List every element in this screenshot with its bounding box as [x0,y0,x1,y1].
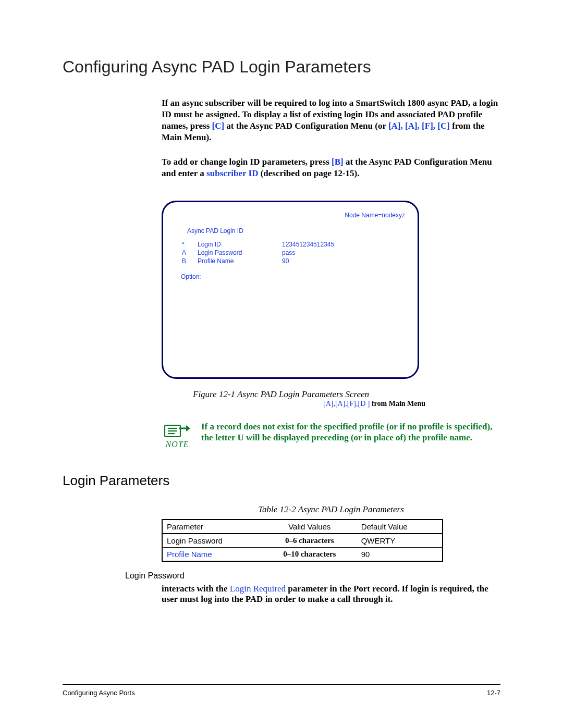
subscriber-id: subscriber ID [206,168,258,178]
menu-path: [A], [A], [F], [C] [388,121,450,131]
note-block: NOTE If a record does not exist for the … [162,421,500,449]
footer-left: Configuring Async Ports [63,689,135,697]
figure-path: [A],[A],[F],[D ] from Main Menu [323,400,500,408]
letter-u: U [238,433,244,442]
page-footer: Configuring Async Ports 12-7 [63,684,500,697]
key-b: [B] [332,157,344,167]
terminal-row: * Login ID 123451234512345 [177,241,334,248]
key-c: [C] [212,121,225,131]
row-value: 123451234512345 [282,241,334,248]
figure-screen: Node Name=nodexyz Async PAD Login ID * L… [162,201,500,408]
td-default: 90 [357,547,443,561]
td-valid: 0–6 characters [262,534,357,548]
td-param: Login Password [162,534,262,548]
row-key: B [177,257,197,265]
terminal-node: Node Name=nodexyz [176,212,405,219]
figure-path-text: from Main Menu [370,400,425,408]
th-valid: Valid Values [262,520,357,534]
figure-path-keys: [A],[A],[F],[D ] [323,400,370,408]
login-required-link[interactable]: Login Required [230,584,286,594]
intro-p1: If an async subscriber will be required … [162,97,500,143]
terminal-items: * Login ID 123451234512345 A Login Passw… [176,240,335,266]
row-value: pass [282,249,334,256]
th-parameter: Parameter [162,520,262,534]
td-valid: 0–10 characters [262,547,357,561]
terminal-option: Option: [181,273,405,280]
param-desc-name: Login Password [125,571,500,581]
row-label: Login Password [198,249,281,256]
note-label: NOTE [162,440,193,449]
table-header-row: Parameter Valid Values Default Value [162,520,443,534]
note-text: If a record does not exist for the speci… [201,421,500,443]
terminal-frame: Node Name=nodexyz Async PAD Login ID * L… [162,201,419,379]
row-value: 90 [282,257,334,265]
subheading: Login Parameters [63,473,500,489]
terminal-row: A Login Password pass [177,249,334,256]
intro-block: If an async subscriber will be required … [162,97,500,180]
row-label: Profile Name [198,257,281,265]
text: (described on page 12-15). [258,168,359,178]
row-key: * [177,241,197,248]
table-caption: Table 12-2 Async PAD Login Parameters [162,504,500,515]
td-param: Profile Name [162,547,262,561]
table-row: Profile Name 0–10 characters 90 [162,547,443,561]
table-row: Login Password 0–6 characters QWERTY [162,534,443,548]
text: will be displayed preceding (or in place… [244,433,472,442]
td-default: QWERTY [357,534,443,548]
text: To add or change login ID parameters, pr… [162,157,332,167]
note-icon: NOTE [162,421,193,449]
terminal-heading: Async PAD Login ID [187,227,405,235]
param-link[interactable]: Profile Name [167,550,212,559]
row-key: A [177,249,197,256]
param-desc-block: Login Password interacts with the Login … [125,571,500,604]
params-table: Parameter Valid Values Default Value Log… [162,519,443,562]
terminal-row: B Profile Name 90 [177,257,334,265]
footer-right: 12-7 [487,689,500,697]
text: at the Async PAD Configuration Menu (or [224,121,388,131]
th-default: Default Value [357,520,443,534]
figure-caption: Figure 12-1 Async PAD Login Parameters S… [193,389,500,400]
page-title: Configuring Async PAD Login Parameters [63,57,500,77]
row-label: Login ID [198,241,281,248]
intro-p2: To add or change login ID parameters, pr… [162,156,500,179]
text: interacts with the [162,584,230,594]
param-desc-text: interacts with the Login Required parame… [162,584,500,604]
